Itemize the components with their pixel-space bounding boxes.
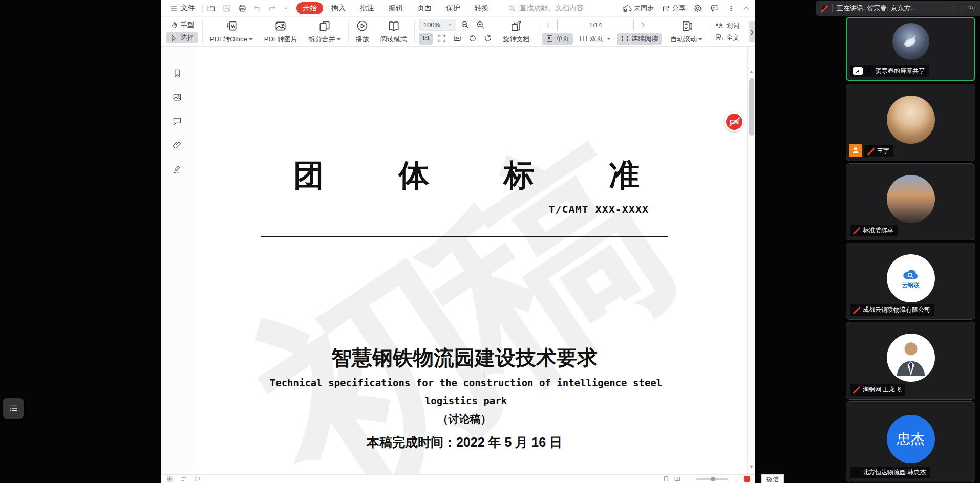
read-mode-button[interactable]: 阅读模式 <box>375 17 413 46</box>
page-layout-icon[interactable] <box>663 476 669 482</box>
rotate-left-icon[interactable] <box>466 33 479 45</box>
save-icon[interactable] <box>222 4 231 13</box>
share-button[interactable]: 分享 <box>662 4 686 13</box>
participant-tile[interactable]: 王宇 <box>846 84 975 161</box>
bookmark-icon[interactable] <box>172 68 182 78</box>
sync-status[interactable]: 未同步 <box>622 3 654 13</box>
scrollbar-thumb[interactable] <box>749 78 754 136</box>
scroll-up-icon[interactable]: ▲ <box>749 69 754 74</box>
cloud-sync-icon <box>622 3 632 13</box>
menubar: 文件 开始 插入 批注 编辑 页面 保护 转换 <box>161 0 755 17</box>
page-indicator-input[interactable]: 1/14 <box>557 19 634 31</box>
comment-panel-icon[interactable] <box>172 116 182 126</box>
zoom-slider[interactable] <box>696 478 728 480</box>
feedback-chat-icon[interactable] <box>710 4 719 13</box>
auto-scroll-button[interactable]: 自动滚动 <box>665 17 708 46</box>
outline-float-button[interactable] <box>3 398 24 419</box>
fit-page-icon[interactable] <box>435 33 448 45</box>
pdf-to-office-button[interactable]: PDF转Office <box>204 17 259 46</box>
cursor-icon <box>170 34 178 42</box>
undo-icon[interactable] <box>253 4 262 13</box>
tab-insert[interactable]: 插入 <box>325 2 352 14</box>
zoom-in-icon[interactable] <box>474 19 487 31</box>
participant-tile[interactable]: 忠杰 北方恒达物流园 韩忠杰 <box>846 401 975 482</box>
attachment-icon[interactable] <box>172 140 182 150</box>
panel-forward-icon[interactable] <box>958 4 966 12</box>
redo-icon[interactable] <box>268 4 276 13</box>
play-button[interactable]: 播放 <box>350 17 375 46</box>
participant-tile[interactable]: 标准委陈卓 <box>846 163 975 240</box>
tab-edit[interactable]: 编辑 <box>382 2 409 14</box>
more-kebab-icon[interactable] <box>727 5 735 12</box>
draft-note: （讨论稿） <box>261 412 668 426</box>
single-page-label: 单页 <box>556 34 569 43</box>
participant-avatar: 忠杰 <box>887 415 935 463</box>
participant-avatar: 云钢联 <box>887 254 935 302</box>
prev-page-icon[interactable] <box>542 19 555 31</box>
single-page-button[interactable]: 单页 <box>542 33 573 45</box>
split-merge-label: 拆分合并 <box>309 35 335 44</box>
file-menu[interactable]: 文件 <box>166 4 198 13</box>
actual-size-label: 1:1 <box>421 35 431 42</box>
auto-scroll-label: 自动滚动 <box>670 35 697 44</box>
dropdown-caret-icon <box>607 38 611 42</box>
participant-tile[interactable]: 淘钢网 王龙飞 <box>846 322 975 400</box>
mic-muted-icon[interactable] <box>820 5 828 12</box>
hand-tool-button[interactable]: 手型 <box>166 19 198 31</box>
pdf-to-image-button[interactable]: PDF转图片 <box>259 17 303 46</box>
tab-page[interactable]: 页面 <box>411 2 438 14</box>
panel-restore-icon[interactable] <box>967 4 976 13</box>
tab-protect[interactable]: 保护 <box>440 2 466 14</box>
page-indicator-value: 1/14 <box>589 21 602 29</box>
actual-size-button[interactable]: 1:1 <box>419 33 433 45</box>
vertical-scrollbar[interactable]: ▲ ▼ <box>747 47 755 474</box>
signature-icon[interactable] <box>172 164 182 174</box>
collapse-ribbon-icon[interactable] <box>742 5 750 12</box>
search-input[interactable]: 查找功能、文档内容 <box>508 4 595 13</box>
open-icon[interactable] <box>207 4 216 13</box>
select-tool-button[interactable]: 选择 <box>166 32 198 43</box>
thumbnail-view-icon[interactable] <box>166 476 173 482</box>
finish-date: 本稿完成时间：2022 年 5 月 16 日 <box>261 434 668 451</box>
comment-list-icon[interactable] <box>194 476 201 482</box>
participant-avatar <box>887 175 935 223</box>
next-page-icon[interactable] <box>636 19 649 31</box>
toolbar-expander[interactable]: ❯ <box>749 21 755 42</box>
status-bar <box>161 474 755 483</box>
participant-tile[interactable]: 云钢联 成都云钢联物流有限公司 <box>846 243 975 320</box>
two-page-layout-icon[interactable] <box>674 476 680 482</box>
status-zoom-in-icon[interactable] <box>733 476 739 482</box>
print-icon[interactable] <box>238 4 247 13</box>
wps-app-icon[interactable] <box>744 476 750 482</box>
fit-width-icon[interactable] <box>451 33 463 45</box>
tab-convert[interactable]: 转换 <box>468 2 495 14</box>
quickbar-more-icon[interactable] <box>283 5 289 12</box>
zoom-level-select[interactable]: 100% <box>419 19 456 31</box>
document-title-en-1: Technical specifications for the constru… <box>210 377 722 388</box>
settings-gear-icon[interactable] <box>693 4 702 13</box>
translate-word-button[interactable]: 划词 <box>715 21 739 30</box>
scroll-down-icon[interactable]: ▼ <box>749 464 754 469</box>
status-zoom-out-icon[interactable] <box>686 476 691 482</box>
rotate-document-label: 旋转文档 <box>503 35 529 44</box>
panel-back-icon[interactable] <box>949 4 957 12</box>
translate-float-button[interactable]: EN <box>725 112 744 131</box>
image-panel-icon[interactable] <box>172 92 182 102</box>
continuous-read-button[interactable]: 连续阅读 <box>617 33 662 45</box>
wps-window: 文件 开始 插入 批注 编辑 页面 保护 转换 <box>161 0 755 483</box>
zoom-out-icon[interactable] <box>459 19 472 31</box>
participant-label: 北方恒达物流园 韩忠杰 <box>850 467 930 478</box>
tab-comment[interactable]: 批注 <box>354 2 380 14</box>
split-merge-button[interactable]: 拆分合并 <box>303 17 347 46</box>
rotate-document-button[interactable]: 旋转文档 <box>497 17 535 46</box>
rotate-right-icon[interactable] <box>481 33 494 45</box>
participant-tile[interactable]: 贺宗春的屏幕共享 <box>846 17 975 81</box>
participant-avatar <box>887 334 935 382</box>
tab-home[interactable]: 开始 <box>296 2 323 14</box>
mic-muted-icon <box>867 147 875 155</box>
translate-full-button[interactable]: 全文 <box>715 33 739 42</box>
single-page-icon <box>545 34 554 43</box>
double-page-button[interactable]: 双页 <box>576 33 614 45</box>
outline-view-icon[interactable] <box>180 476 187 482</box>
sync-label: 未同步 <box>634 4 654 13</box>
